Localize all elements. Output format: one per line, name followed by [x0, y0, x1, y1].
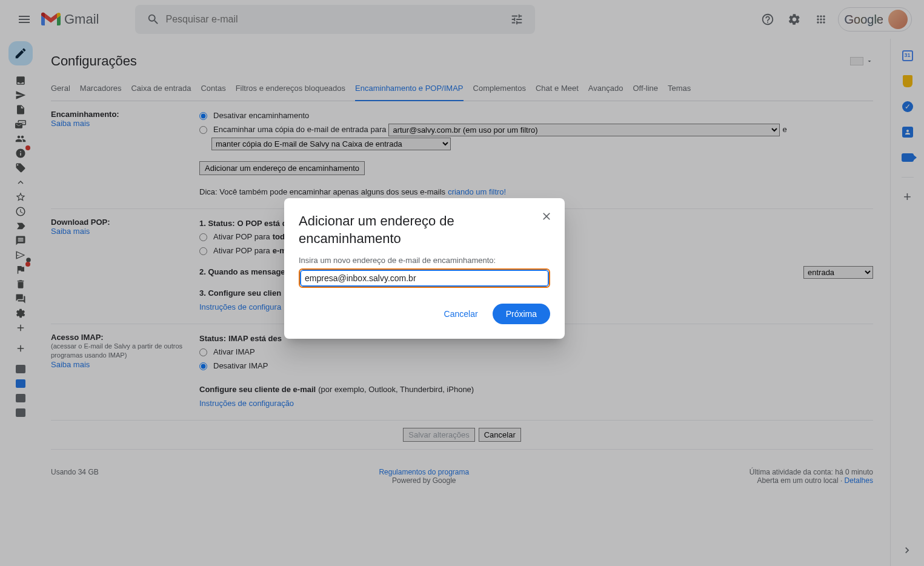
modal-input-highlight	[299, 268, 550, 288]
modal-title: Adicionar um endereço de encaminhamento	[299, 213, 550, 247]
modal-cancel-button[interactable]: Cancelar	[437, 304, 485, 324]
modal-label: Insira um novo endereço de e-mail de enc…	[299, 256, 550, 265]
add-forwarding-modal: Adicionar um endereço de encaminhamento …	[284, 198, 565, 339]
modal-close-button[interactable]	[539, 209, 554, 224]
forwarding-email-input[interactable]	[301, 270, 548, 286]
close-icon	[540, 210, 553, 222]
modal-next-button[interactable]: Próxima	[493, 304, 550, 324]
